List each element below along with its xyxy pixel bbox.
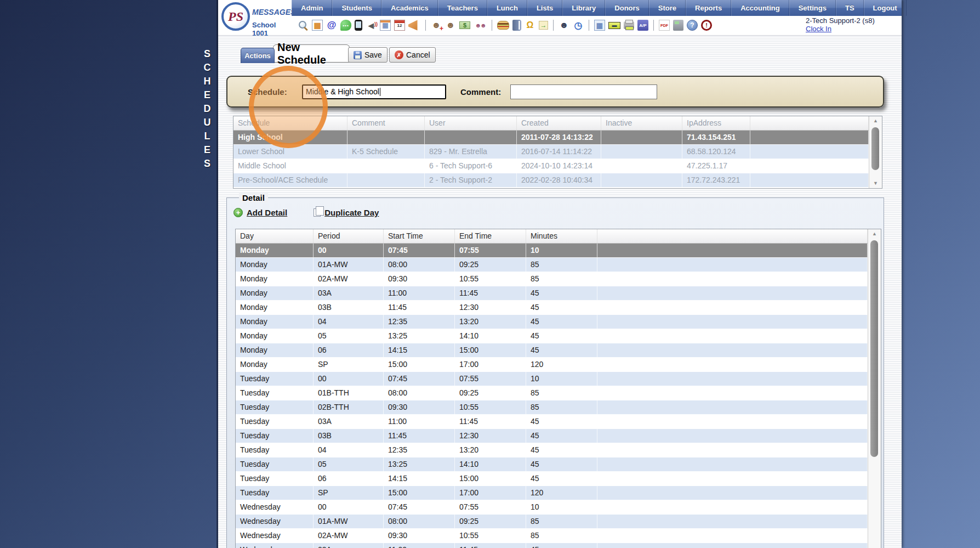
- nav-item-admin[interactable]: Admin: [292, 0, 332, 16]
- nav-item-library[interactable]: Library: [562, 0, 605, 16]
- scroll-thumb[interactable]: [870, 240, 878, 457]
- detail-row[interactable]: Tuesday01B-TTH08:0009:2585: [236, 386, 868, 400]
- column-header[interactable]: Start Time: [384, 229, 455, 243]
- detail-row[interactable]: Monday03B11:4512:3045: [236, 301, 868, 315]
- schedule-row[interactable]: Lower SchoolK-5 Schedule829 - Mr. Estrel…: [233, 145, 869, 159]
- add-detail-link[interactable]: + Add Detail: [233, 208, 287, 217]
- detail-row[interactable]: Monday01A-MW08:0009:2585: [236, 258, 868, 272]
- nav-item-teachers[interactable]: Teachers: [438, 0, 487, 16]
- speaker-icon[interactable]: ◀: [366, 20, 377, 31]
- duplicate-day-link[interactable]: Duplicate Day: [314, 208, 379, 217]
- detail-row[interactable]: Wednesday0007:4507:5510: [236, 500, 868, 515]
- detail-row[interactable]: Tuesday0614:1515:0045: [236, 472, 868, 486]
- clock-icon[interactable]: ◷: [573, 20, 584, 31]
- actions-tab[interactable]: Actions: [241, 48, 275, 63]
- mobile-phone-icon[interactable]: [355, 20, 362, 31]
- scroll-up-icon[interactable]: ▲: [868, 229, 881, 238]
- column-header[interactable]: Day: [236, 229, 314, 243]
- alert-icon[interactable]: !: [701, 20, 712, 31]
- nav-item-logout[interactable]: Logout: [864, 0, 907, 16]
- column-header[interactable]: Period: [314, 229, 384, 243]
- student-icon[interactable]: ☻: [445, 20, 456, 31]
- calendar-date-icon[interactable]: 12: [394, 20, 405, 31]
- add-student-icon[interactable]: ☻: [431, 20, 442, 31]
- send-note-icon[interactable]: →: [539, 21, 548, 30]
- app-logo[interactable]: PS MESSAGES School 1001: [218, 0, 292, 36]
- detail-row[interactable]: MondaySP15:0017:00120: [236, 358, 868, 372]
- family-icon[interactable]: ☻☻: [474, 20, 487, 31]
- detail-row[interactable]: Monday0412:3513:2045: [236, 315, 868, 329]
- scroll-up-icon[interactable]: ▲: [869, 116, 882, 125]
- accounts-payable-icon[interactable]: A/P: [637, 20, 648, 31]
- detail-row[interactable]: Tuesday0007:4507:5510: [236, 372, 868, 386]
- nav-item-reports[interactable]: Reports: [686, 0, 731, 16]
- chat-icon[interactable]: •••: [340, 20, 351, 31]
- nav-item-store[interactable]: Store: [649, 0, 686, 16]
- clock-in-link[interactable]: Clock In: [806, 25, 831, 33]
- schedule-grid-icon[interactable]: ▦: [312, 20, 323, 31]
- money-icon[interactable]: $: [459, 21, 470, 29]
- detail-row[interactable]: Monday03A11:0011:4545: [236, 286, 868, 301]
- column-header[interactable]: [750, 116, 869, 130]
- detail-row[interactable]: Tuesday02B-TTH09:3010:5585: [236, 400, 868, 415]
- save-button[interactable]: Save: [348, 47, 388, 63]
- nav-item-academics[interactable]: Academics: [381, 0, 438, 16]
- library-book-icon[interactable]: [512, 20, 521, 31]
- detail-row[interactable]: Tuesday03A11:0011:4545: [236, 415, 868, 429]
- column-header[interactable]: User: [425, 116, 517, 130]
- scroll-thumb[interactable]: [871, 127, 879, 170]
- detail-row[interactable]: Tuesday03B11:4512:3045: [236, 429, 868, 443]
- email-icon[interactable]: @: [326, 20, 337, 31]
- pdf-icon[interactable]: PDF: [659, 20, 670, 31]
- bell-icon[interactable]: Ω: [525, 20, 535, 31]
- detail-row[interactable]: Wednesday01A-MW08:0009:2585: [236, 515, 868, 529]
- column-header[interactable]: IpAddress: [682, 116, 750, 130]
- lunch-icon[interactable]: [497, 21, 509, 30]
- detail-row[interactable]: TuesdaySP15:0017:00120: [236, 486, 868, 500]
- search-icon[interactable]: [298, 20, 309, 31]
- check-entry-icon[interactable]: ▬: [608, 22, 620, 29]
- gradebook-icon[interactable]: ▦: [594, 20, 605, 31]
- scroll-down-icon[interactable]: ▼: [869, 179, 882, 188]
- detail-row[interactable]: Monday0614:1515:0045: [236, 343, 868, 358]
- nav-item-students[interactable]: Students: [332, 0, 381, 16]
- schedules-table-scrollbar[interactable]: ▲ ▼: [869, 116, 882, 188]
- column-header[interactable]: Inactive: [601, 116, 682, 130]
- print-check-icon[interactable]: [624, 21, 634, 29]
- help-icon[interactable]: ?: [687, 20, 698, 31]
- nav-item-ts[interactable]: TS: [836, 0, 864, 16]
- schedule-input[interactable]: Middle & High School: [302, 84, 446, 99]
- detail-table-scrollbar[interactable]: ▲: [868, 229, 881, 548]
- nav-item-lists[interactable]: Lists: [527, 0, 562, 16]
- nav-item-lunch[interactable]: Lunch: [487, 0, 527, 16]
- column-header[interactable]: Comment: [347, 116, 425, 130]
- detail-row[interactable]: Wednesday02A-MW09:3010:5585: [236, 529, 868, 543]
- column-header[interactable]: [597, 229, 868, 243]
- cell: [601, 173, 682, 187]
- calendar-icon[interactable]: ▦: [380, 20, 391, 31]
- cell: 13:25: [384, 329, 455, 343]
- comment-input[interactable]: [510, 84, 657, 99]
- column-header[interactable]: Created: [517, 116, 601, 130]
- cell: 11:00: [384, 543, 455, 548]
- schedule-row[interactable]: Middle School6 - Tech Support-62024-10-1…: [233, 159, 869, 173]
- nav-item-donors[interactable]: Donors: [605, 0, 649, 16]
- schedule-row[interactable]: High School2011-07-28 14:13:2271.43.154.…: [233, 131, 869, 145]
- column-header[interactable]: Minutes: [526, 229, 597, 243]
- detail-row[interactable]: Monday02A-MW09:3010:5585: [236, 272, 868, 286]
- nav-item-settings[interactable]: Settings: [789, 0, 836, 16]
- column-header[interactable]: Schedule: [233, 116, 347, 130]
- nav-item-accounting[interactable]: Accounting: [731, 0, 789, 16]
- detail-row[interactable]: Monday0513:2514:1045: [236, 329, 868, 343]
- cash-register-icon[interactable]: [673, 20, 683, 31]
- detail-table: DayPeriodStart TimeEnd TimeMinutes Monda…: [235, 229, 881, 548]
- detail-row[interactable]: Tuesday0412:3513:2045: [236, 443, 868, 457]
- staff-icon[interactable]: ☻: [559, 20, 569, 31]
- detail-row[interactable]: Tuesday0513:2514:1045: [236, 457, 868, 472]
- schedule-row[interactable]: Pre-School/ACE Schedule2 - Tech Support-…: [233, 173, 869, 188]
- detail-row[interactable]: Monday0007:4507:5510: [236, 244, 868, 258]
- cancel-button[interactable]: ✗ Cancel: [389, 47, 436, 63]
- detail-row[interactable]: Wednesday03A11:0011:4545: [236, 543, 868, 548]
- column-header[interactable]: End Time: [455, 229, 526, 243]
- megaphone-icon[interactable]: [408, 20, 420, 31]
